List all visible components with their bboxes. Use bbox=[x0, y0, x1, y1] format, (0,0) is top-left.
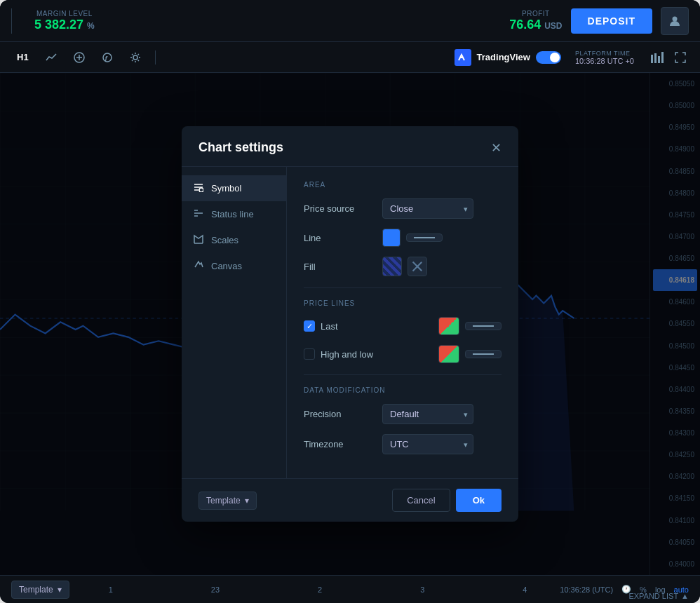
svg-point-15 bbox=[199, 188, 203, 192]
svg-point-0 bbox=[673, 16, 678, 21]
top-bar-left: MARGIN LEVEL 5 382.27 % bbox=[11, 8, 509, 34]
timezone-label: Timezone bbox=[304, 439, 374, 449]
last-label: Last bbox=[321, 321, 338, 332]
nav-item-canvas[interactable]: Canvas bbox=[182, 253, 286, 279]
fill-label: Fill bbox=[304, 262, 374, 272]
bar-chart-icon-button[interactable] bbox=[648, 49, 666, 66]
timezone-controls: UTC UTC+1 UTC+2 UTC+3 bbox=[382, 434, 473, 454]
deposit-button[interactable]: DEPOSIT bbox=[571, 8, 652, 34]
last-checkbox-wrap: ✓ Last bbox=[304, 320, 338, 332]
tradingview-label: TradingView bbox=[477, 52, 530, 62]
svg-rect-10 bbox=[658, 56, 660, 63]
margin-level-group: MARGIN LEVEL 5 382.27 % bbox=[34, 10, 95, 32]
fill-row: Fill bbox=[304, 257, 502, 276]
last-color-swatch[interactable] bbox=[438, 317, 459, 335]
data-modification-label: DATA MODIFICATION bbox=[304, 386, 502, 394]
divider bbox=[11, 8, 12, 34]
settings-footer: Template ▾ Cancel Ok bbox=[182, 478, 518, 522]
margin-level-value: 5 382.27 % bbox=[34, 18, 95, 32]
timeframe-button[interactable]: H1 bbox=[11, 49, 34, 65]
last-row: ✓ Last bbox=[304, 317, 502, 335]
price-source-select[interactable]: Close Open High Low bbox=[382, 198, 473, 219]
nav-item-symbol[interactable]: Symbol bbox=[182, 175, 286, 201]
high-low-controls bbox=[438, 345, 502, 363]
scales-icon bbox=[193, 234, 204, 246]
last-controls bbox=[438, 317, 502, 335]
price-source-label: Price source bbox=[304, 203, 374, 214]
expand-list[interactable]: EXPAND LIST ▲ bbox=[617, 589, 700, 603]
high-low-checkbox-wrap: High and low bbox=[304, 348, 373, 360]
footer-buttons: Cancel Ok bbox=[392, 489, 502, 512]
expand-list-icon: ▲ bbox=[681, 592, 689, 600]
close-button[interactable]: ✕ bbox=[491, 142, 502, 154]
chart-type-button[interactable] bbox=[40, 49, 62, 66]
last-line-style-button[interactable] bbox=[465, 322, 502, 330]
bottom-time: 10:36:28 (UTC) bbox=[560, 585, 613, 594]
svg-rect-11 bbox=[661, 52, 664, 63]
settings-content: AREA Price source Close Open High Low bbox=[287, 167, 518, 478]
price-source-controls: Close Open High Low bbox=[382, 198, 473, 219]
high-low-line-dash bbox=[473, 353, 494, 355]
svg-point-6 bbox=[133, 55, 137, 60]
margin-level-label: MARGIN LEVEL bbox=[36, 10, 93, 18]
fill-controls bbox=[382, 257, 427, 276]
nav-item-status-line[interactable]: Status line bbox=[182, 201, 286, 227]
tv-toggle[interactable] bbox=[536, 51, 561, 64]
time-label-23: 23 bbox=[211, 585, 220, 594]
template-button[interactable]: Template ▾ bbox=[198, 492, 257, 510]
add-indicator-button[interactable] bbox=[68, 49, 90, 66]
time-label-2: 2 bbox=[318, 585, 322, 594]
time-label-3: 3 bbox=[420, 585, 424, 594]
bottom-template-button[interactable]: Template ▾ bbox=[11, 581, 69, 599]
platform-time-label: PLATFORM TIME bbox=[575, 50, 631, 57]
chart-settings-toolbar-button[interactable] bbox=[124, 49, 147, 66]
line-style-button[interactable] bbox=[406, 233, 443, 242]
last-checkbox[interactable]: ✓ bbox=[304, 320, 315, 332]
line-color-swatch[interactable] bbox=[382, 229, 401, 247]
precision-label: Precision bbox=[304, 409, 374, 419]
high-low-checkbox[interactable] bbox=[304, 348, 315, 360]
section-divider-2 bbox=[304, 374, 502, 375]
settings-body: Symbol Status line bbox=[182, 167, 518, 478]
tradingview-logo: TradingView bbox=[455, 49, 530, 66]
expand-list-label: EXPAND LIST bbox=[628, 592, 678, 600]
fullscreen-button[interactable] bbox=[672, 49, 689, 66]
precision-select-wrapper: Default 0 1 2 3 bbox=[382, 404, 473, 424]
precision-row: Precision Default 0 1 2 3 bbox=[304, 404, 502, 424]
bottom-bar: Template ▾ 1 23 2 3 4 10:36:28 (UTC) 🕐 %… bbox=[0, 575, 700, 603]
precision-select[interactable]: Default 0 1 2 3 bbox=[382, 404, 473, 424]
status-line-icon bbox=[193, 208, 204, 220]
profit-label: PROFIT bbox=[522, 10, 550, 18]
settings-title: Chart settings bbox=[198, 140, 283, 155]
user-icon-button[interactable] bbox=[661, 7, 689, 35]
bottom-template-label: Template bbox=[19, 585, 53, 595]
fill-swatch-pattern[interactable] bbox=[382, 257, 402, 276]
timezone-select[interactable]: UTC UTC+1 UTC+2 UTC+3 bbox=[382, 434, 473, 454]
app-container: MARGIN LEVEL 5 382.27 % PROFIT 76.64 USD… bbox=[0, 0, 700, 603]
high-low-label: High and low bbox=[321, 349, 373, 360]
svg-text:ƒ: ƒ bbox=[105, 55, 108, 62]
top-bar: MARGIN LEVEL 5 382.27 % PROFIT 76.64 USD… bbox=[0, 0, 700, 42]
profit-group: PROFIT 76.64 USD bbox=[509, 10, 562, 32]
main-area: 0.85050 0.85000 0.84950 0.84900 0.84850 … bbox=[0, 73, 700, 575]
price-source-row: Price source Close Open High Low bbox=[304, 198, 502, 219]
fill-swatch-none[interactable] bbox=[408, 257, 427, 276]
high-low-color-swatch[interactable] bbox=[438, 345, 459, 363]
area-section-label: AREA bbox=[304, 181, 502, 189]
price-source-select-wrapper: Close Open High Low bbox=[382, 198, 473, 219]
template-section: Template ▾ bbox=[198, 492, 257, 510]
last-line-dash bbox=[473, 325, 494, 327]
modal-overlay: Chart settings ✕ bbox=[0, 73, 700, 575]
ok-button[interactable]: Ok bbox=[456, 489, 502, 512]
chart-settings-dialog: Chart settings ✕ bbox=[182, 126, 518, 522]
svg-rect-9 bbox=[654, 53, 657, 63]
time-label-1: 1 bbox=[109, 585, 113, 594]
high-low-line-style-button[interactable] bbox=[465, 350, 502, 358]
nav-item-scales[interactable]: Scales bbox=[182, 227, 286, 253]
chart-icons bbox=[648, 49, 689, 66]
settings-sidebar: Symbol Status line bbox=[182, 167, 287, 478]
line-row: Line bbox=[304, 229, 502, 247]
script-button[interactable]: ƒ bbox=[96, 49, 119, 66]
cancel-button[interactable]: Cancel bbox=[392, 489, 450, 512]
toolbar-separator bbox=[155, 50, 156, 65]
